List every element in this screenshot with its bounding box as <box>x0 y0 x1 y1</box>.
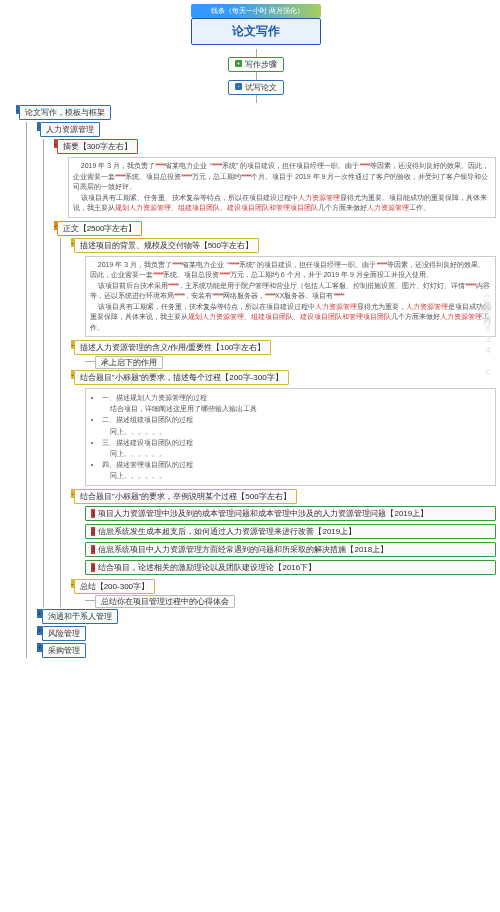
example-item[interactable]: 2信息系统发生成本超支后，如何通过人力资源管理来进行改善【2019上】 <box>85 524 496 539</box>
example-item[interactable]: 3信息系统项目中人力资源管理方面经常遇到的问题和所采取的解决措施【2018上】 <box>85 542 496 557</box>
mindmap-root: 《每天一小时 两月》1634.c 线条（每天一小时 两月强化） 论文写作 +写作… <box>0 0 500 664</box>
section-risk[interactable]: 风险管理 <box>42 626 86 641</box>
steps-chip[interactable]: +写作步骤 <box>228 57 284 72</box>
summary-note: 总结你在项目管理过程中的心得体会 <box>95 595 235 608</box>
title-banner: 线条（每天一小时 两月强化） <box>191 4 321 18</box>
root-node[interactable]: 论文写作，模板与框架 <box>19 105 111 120</box>
bg-text: 2019 年 3 月，我负责了******省某电力企业 “******系统” 的… <box>85 256 496 338</box>
bg-node[interactable]: 描述项目的背景、规模及交付物等【500字左右】 <box>74 238 259 253</box>
summary-node[interactable]: 总结【200-300字】 <box>74 579 155 594</box>
section-hr[interactable]: 人力资源管理 <box>40 122 100 137</box>
meaning-node[interactable]: 描述人力资源管理的含义/作用/重要性【100字左右】 <box>74 340 272 355</box>
main-title: 论文写作 <box>191 18 321 45</box>
meaning-note: 承上启下的作用 <box>95 356 163 369</box>
process-text: 一、描述规划人力资源管理的过程 结合项目，详细阐述这里用了哪些输入输出工具 二、… <box>85 388 496 486</box>
example-node[interactable]: 结合题目"小标题"的要求，举例说明某个过程【500字左右】 <box>74 489 297 504</box>
abstract-node[interactable]: 摘要【300字左右】 <box>57 139 138 154</box>
try-chip[interactable]: -试写论文 <box>228 80 284 95</box>
example-list: 1项目人力资源管理中涉及到的成本管理问题和成本管理中涉及的人力资源管理问题【20… <box>85 506 496 575</box>
abstract-text: 2019 年 3 月，我负责了******省某电力企业 “******系统” 的… <box>68 157 496 218</box>
title-box: 线条（每天一小时 两月强化） 论文写作 <box>191 4 321 45</box>
body-node[interactable]: 正文【2500字左右】 <box>57 221 143 236</box>
process-node[interactable]: 结合题目"小标题"的要求，描述每个过程【200字-300字】 <box>74 370 289 385</box>
section-comm[interactable]: 沟通和干系人管理 <box>42 609 118 624</box>
section-proc[interactable]: 采购管理 <box>42 643 86 658</box>
example-item[interactable]: 1项目人力资源管理中涉及到的成本管理问题和成本管理中涉及的人力资源管理问题【20… <box>85 506 496 521</box>
example-item[interactable]: 4结合项目，论述相关的激励理论以及团队建设理论【2016下】 <box>85 560 496 575</box>
